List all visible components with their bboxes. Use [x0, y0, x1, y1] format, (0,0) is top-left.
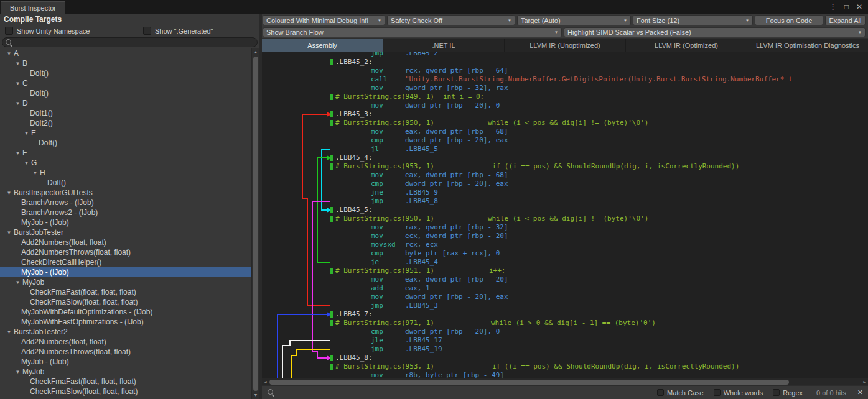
tree-item-brancharrows-ijob[interactable]: BranchArrows - (IJob) [0, 198, 251, 208]
code-line: # BurstString.cs(971, 1)while (i > 0 && … [262, 319, 868, 328]
scroll-up-icon[interactable]: ▲ [252, 48, 259, 56]
tree-scrollbar[interactable]: ▲ ▼ [251, 48, 259, 399]
tree-item-add2numbers-float-float[interactable]: Add2Numbers(float, float) [0, 237, 251, 247]
tree-item-checkfmafast-float-float-float[interactable]: CheckFmaFast(float, float, float) [0, 377, 251, 387]
tree-item-doit[interactable]: DoIt() [0, 68, 251, 78]
coloured-with-minimal-debug-infi-dropdown[interactable]: Coloured With Minimal Debug Infi▼ [263, 15, 385, 25]
tree-item-g[interactable]: ▼G [0, 158, 251, 168]
foldout-triangle-icon[interactable]: ▼ [14, 81, 22, 86]
tree-item-burstjobtester[interactable]: ▼BurstJobTester [0, 227, 251, 237]
scroll-down-icon[interactable]: ▼ [252, 392, 259, 399]
tree-item-add2numbersthrows-float-float[interactable]: Add2NumbersThrows(float, float) [0, 247, 251, 257]
asm-label: .LBB45_3: [335, 110, 373, 118]
branch-target-marker [330, 216, 333, 222]
foldout-triangle-icon[interactable]: ▼ [31, 170, 39, 176]
tree-item-myjob-ijob[interactable]: MyJob - (IJob) [0, 267, 251, 277]
regex-toggle[interactable]: Regex [773, 389, 803, 397]
tree-item-checkfmaslow-float-float-float[interactable]: CheckFmaSlow(float, float, float) [0, 387, 251, 397]
close-icon[interactable]: ✕ [856, 3, 862, 11]
tree-item-a[interactable]: ▼A [0, 48, 251, 58]
tree-item-myjob-ijob[interactable]: MyJob - (IJob) [0, 218, 251, 227]
match-case-toggle[interactable]: Match Case [657, 389, 704, 397]
hscroll-thumb[interactable] [269, 380, 789, 385]
foldout-triangle-icon[interactable]: ▼ [5, 190, 13, 196]
tree-item-label: BurstInspectorGUITests [14, 188, 93, 197]
tree-item-add2numbers-float-float[interactable]: Add2Numbers(float, float) [0, 337, 251, 347]
foldout-triangle-icon[interactable]: ▼ [5, 329, 13, 335]
asm-instruction: mov [371, 127, 405, 136]
menu-icon[interactable]: ⋮ [829, 3, 837, 11]
foldout-triangle-icon[interactable]: ▼ [14, 280, 22, 285]
dropdown-caret-icon: ▼ [858, 30, 862, 34]
code-line: movecx, dword ptr [rbp - 20] [262, 232, 868, 241]
tab-net-il[interactable]: .NET IL [383, 39, 505, 52]
targets-search-box[interactable] [2, 37, 258, 47]
foldout-triangle-icon[interactable]: ▼ [14, 61, 22, 66]
code-horizontal-scrollbar[interactable]: ◄ ► [262, 378, 868, 385]
tree-item-add2numbersthrows-float-float[interactable]: Add2NumbersThrows(float, float) [0, 347, 251, 357]
tree-item-myjobwithdefaultoptimizations-ijob[interactable]: MyJobWithDefaultOptimizations - (IJob) [0, 307, 251, 317]
tree-item-c[interactable]: ▼C [0, 78, 251, 88]
foldout-triangle-icon[interactable]: ▼ [22, 160, 30, 166]
tree-item-label: B [22, 59, 27, 68]
branch-target-marker [330, 355, 333, 361]
tree-item-burstjobtester2[interactable]: ▼BurstJobTester2 [0, 327, 251, 337]
code-search-input[interactable] [279, 388, 647, 398]
show-unity-namespace-checkbox[interactable] [5, 27, 13, 35]
show-unity-namespace-toggle[interactable]: Show Unity Namespace [5, 27, 143, 35]
window-tab-label: Burst Inspector [10, 4, 56, 12]
tree-item-h[interactable]: ▼H [0, 168, 251, 178]
tab-llvm-ir-optimisation-diagnostics[interactable]: LLVM IR Optimisation Diagnostics [747, 39, 868, 52]
tree-item-e[interactable]: ▼E [0, 128, 251, 138]
tree-scrollbar-thumb[interactable] [253, 57, 258, 391]
expand-all-button[interactable]: Expand All [825, 15, 866, 25]
regex-checkbox[interactable] [773, 389, 780, 396]
whole-words-checkbox[interactable] [714, 389, 721, 396]
tree-item-b[interactable]: ▼B [0, 58, 251, 68]
foldout-triangle-icon[interactable]: ▼ [14, 150, 22, 156]
window-tab-burst-inspector[interactable]: Burst Inspector [1, 1, 65, 14]
tab-llvm-ir-unoptimized[interactable]: LLVM IR (Unoptimized) [505, 39, 626, 52]
show-generated-checkbox[interactable] [143, 27, 151, 35]
font-size-12-dropdown[interactable]: Font Size (12)▼ [633, 15, 753, 25]
tree-item-myjobwithfastoptimizations-ijob[interactable]: MyJobWithFastOptimizations - (IJob) [0, 317, 251, 327]
tab-assembly[interactable]: Assembly [262, 39, 383, 52]
highlight-simd-scalar-vs-packed-false-dropdown[interactable]: Highlight SIMD Scalar vs Packed (False)▼ [564, 27, 866, 37]
tree-item-d[interactable]: ▼D [0, 98, 251, 108]
match-case-checkbox[interactable] [657, 389, 664, 396]
whole-words-toggle[interactable]: Whole words [714, 389, 763, 397]
maximize-icon[interactable]: □ [844, 3, 849, 11]
foldout-triangle-icon[interactable]: ▼ [5, 230, 13, 236]
target-auto-dropdown[interactable]: Target (Auto)▼ [517, 15, 631, 25]
tree-item-doit2[interactable]: DoIt2() [0, 118, 251, 128]
foldout-triangle-icon[interactable]: ▼ [5, 51, 13, 57]
tree-item-burstinspectorguitests[interactable]: ▼BurstInspectorGUITests [0, 188, 251, 198]
focus-on-code-button[interactable]: Focus on Code [755, 15, 823, 25]
tree-item-doit[interactable]: DoIt() [0, 88, 251, 98]
show-branch-flow-dropdown[interactable]: Show Branch Flow▼ [263, 27, 562, 37]
tab-llvm-ir-optimized[interactable]: LLVM IR (Optimized) [626, 39, 747, 52]
show-generated-toggle[interactable]: Show ".Generated" [143, 27, 213, 35]
tree-item-doit[interactable]: DoIt() [0, 178, 251, 188]
search-close-icon[interactable]: ✕ [857, 388, 863, 397]
tree-item-myjob[interactable]: ▼MyJob [0, 367, 251, 377]
assembly-code-view[interactable]: jmp.LBB45_2.LBB45_2:movrcx, qword ptr [r… [262, 52, 868, 378]
dropdown-label: Show Branch Flow [266, 29, 552, 36]
scroll-right-icon[interactable]: ► [861, 378, 868, 386]
scroll-left-icon[interactable]: ◄ [262, 378, 269, 386]
tree-item-checkfmaslow-float-float-float[interactable]: CheckFmaSlow(float, float, float) [0, 297, 251, 307]
tree-item-brancharrows2-ijob[interactable]: BranchArrows2 - (IJob) [0, 208, 251, 218]
tree-item-f[interactable]: ▼F [0, 148, 251, 158]
tree-item-checkdirectcallhelper[interactable]: CheckDirectCallHelper() [0, 257, 251, 267]
foldout-triangle-icon[interactable]: ▼ [14, 369, 22, 375]
tree-item-doit[interactable]: DoIt() [0, 138, 251, 148]
tree-item-checkfmafast-float-float-float[interactable]: CheckFmaFast(float, float, float) [0, 287, 251, 297]
foldout-triangle-icon[interactable]: ▼ [14, 101, 22, 106]
tree-item-myjob[interactable]: ▼MyJob [0, 277, 251, 287]
tree-item-label: CheckDirectCallHelper() [21, 258, 101, 267]
tree-item-myjob-ijob[interactable]: MyJob - (IJob) [0, 357, 251, 367]
safety-check-off-dropdown[interactable]: Safety Check Off▼ [387, 15, 515, 25]
foldout-triangle-icon[interactable]: ▼ [22, 131, 30, 136]
code-line: # BurstString.cs(950, 1)while (i < pos &… [262, 214, 868, 223]
tree-item-doit1[interactable]: DoIt1() [0, 108, 251, 118]
